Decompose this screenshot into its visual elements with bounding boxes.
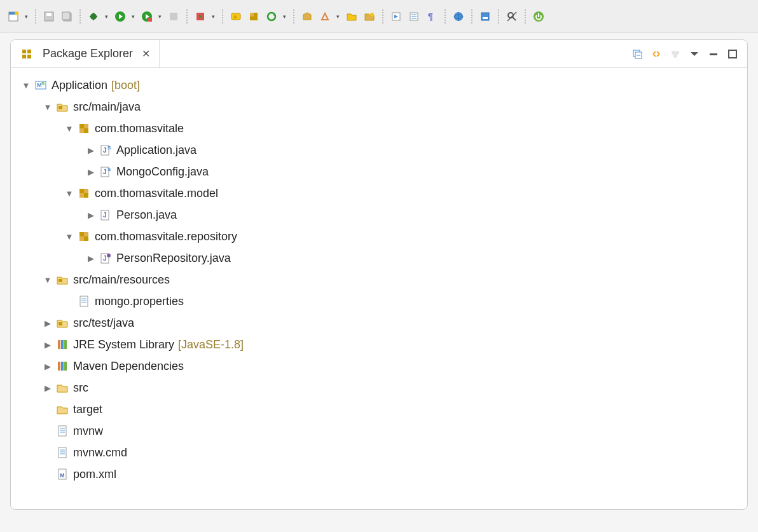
svg-rect-61 <box>84 128 88 133</box>
svg-rect-77 <box>84 236 88 241</box>
link-editor-button[interactable] <box>649 47 663 61</box>
save-all-button[interactable] <box>59 8 75 25</box>
close-tab-icon[interactable]: ✕ <box>142 48 150 60</box>
twisty-icon[interactable]: ▶ <box>43 318 53 328</box>
library-icon <box>55 359 69 373</box>
tree-node[interactable]: ▶src <box>15 377 743 399</box>
tree-node-label: src/test/java <box>73 317 134 330</box>
svg-text:J: J <box>103 168 107 175</box>
twisty-icon[interactable]: ▼ <box>64 124 74 133</box>
tree-node[interactable]: ▶mongo.properties <box>15 290 743 312</box>
toggle-mark-button[interactable] <box>477 8 493 25</box>
open-task-button[interactable] <box>317 8 342 25</box>
tree-node[interactable]: ▼src/main/resources <box>15 269 743 290</box>
tree-node-label: JRE System Library <box>73 338 174 351</box>
tree-node[interactable]: ▼src/main/java <box>15 96 743 118</box>
pin-button[interactable] <box>504 8 520 25</box>
twisty-icon[interactable]: ▼ <box>43 275 53 285</box>
add-package-button[interactable] <box>245 8 262 25</box>
twisty-icon[interactable]: ▶ <box>86 146 96 155</box>
svg-rect-59 <box>84 124 88 128</box>
svg-rect-93 <box>59 426 66 436</box>
tree-node[interactable]: ▶Maven Dependencies <box>15 355 743 377</box>
tree-node-label: mvnw <box>73 425 103 438</box>
twisty-icon[interactable]: ▶ <box>43 362 53 371</box>
twisty-icon[interactable]: ▼ <box>64 189 74 198</box>
next-annotation-button[interactable] <box>388 8 404 25</box>
spring-boot-button[interactable] <box>530 8 547 25</box>
project-boot-icon: MS <box>34 78 48 92</box>
twisty-icon[interactable]: ▶ <box>43 340 53 350</box>
tree-node[interactable]: ▶JPerson.java <box>15 204 743 226</box>
toolbar-separator <box>444 9 446 24</box>
svg-rect-74 <box>79 232 84 236</box>
svg-rect-68 <box>79 189 84 193</box>
maximize-button[interactable] <box>726 47 740 61</box>
package-explorer-tab[interactable]: Package Explorer ✕ <box>11 40 160 67</box>
svg-rect-75 <box>84 232 88 236</box>
tree-node[interactable]: ▼com.thomasvitale.model <box>15 182 743 204</box>
stop-button[interactable] <box>165 8 182 25</box>
tree-node-label: Application.java <box>116 144 196 157</box>
twisty-icon[interactable]: ▶ <box>86 254 96 263</box>
panel-header: Package Explorer ✕ <box>11 40 747 68</box>
tree-node[interactable]: ▶JSApplication.java <box>15 139 743 161</box>
refresh-button[interactable] <box>263 8 289 25</box>
tree-node-label: com.thomasvitale <box>95 122 184 135</box>
tree-node[interactable]: ▶Mpom.xml <box>15 463 743 485</box>
toolbar-separator <box>34 9 37 24</box>
svg-rect-35 <box>481 13 489 20</box>
view-menu-button[interactable] <box>687 47 701 61</box>
search-java-button[interactable]: A <box>228 8 244 25</box>
svg-rect-36 <box>483 17 488 19</box>
tree-node[interactable]: ▶JPersonRepository.java <box>15 247 743 269</box>
tree-node[interactable]: ▶target <box>15 399 743 420</box>
svg-point-50 <box>673 54 677 58</box>
twisty-icon[interactable]: ▶ <box>86 167 96 177</box>
svg-marker-51 <box>691 52 698 56</box>
svg-rect-86 <box>59 322 62 325</box>
tree-node[interactable]: ▶JRE System Library[JavaSE-1.8] <box>15 334 743 355</box>
twisty-icon[interactable]: ▶ <box>43 383 53 393</box>
tree-node[interactable]: ▼MSApplication[boot] <box>15 74 743 96</box>
twisty-icon[interactable]: ▶ <box>86 210 96 220</box>
source-folder-icon <box>55 316 69 330</box>
prev-annotation-button[interactable] <box>406 8 422 25</box>
svg-rect-82 <box>80 296 88 306</box>
tree-node[interactable]: ▶mvnw <box>15 420 743 442</box>
svg-rect-42 <box>27 50 31 53</box>
svg-rect-91 <box>61 362 64 371</box>
collapse-all-button[interactable] <box>630 47 644 61</box>
svg-rect-90 <box>58 362 60 371</box>
file-props-icon <box>77 294 91 308</box>
tree-node[interactable]: ▶mvnw.cmd <box>15 442 743 463</box>
svg-rect-70 <box>79 193 84 198</box>
web-browser-button[interactable] <box>450 8 467 25</box>
new-wizard-button[interactable] <box>5 8 31 25</box>
run-button[interactable] <box>112 8 137 25</box>
svg-rect-60 <box>79 128 84 133</box>
minimize-button[interactable] <box>706 47 720 61</box>
package-explorer-panel: Package Explorer ✕ ▼MSApplication[boot]▼… <box>10 39 748 510</box>
tree-node[interactable]: ▶src/test/java <box>15 312 743 334</box>
folder-icon <box>55 402 69 416</box>
twisty-icon[interactable]: ▼ <box>43 102 53 112</box>
tree-node[interactable]: ▼com.thomasvitale.repository <box>15 226 743 247</box>
tree-node[interactable]: ▼com.thomasvitale <box>15 118 743 139</box>
open-type-button[interactable] <box>299 8 315 25</box>
debug-button[interactable] <box>85 8 111 25</box>
open-project-button[interactable] <box>361 8 378 25</box>
toolbar-separator <box>221 9 224 24</box>
breakpoint-button[interactable] <box>192 8 217 25</box>
project-tree[interactable]: ▼MSApplication[boot]▼src/main/java▼com.t… <box>11 68 747 509</box>
filters-button[interactable] <box>668 47 682 61</box>
toolbar-separator <box>524 9 527 24</box>
tree-node-label: Maven Dependencies <box>73 360 184 373</box>
run-external-button[interactable] <box>139 8 164 25</box>
save-button[interactable] <box>41 8 57 25</box>
twisty-icon[interactable]: ▼ <box>21 81 31 90</box>
show-whitespace-button[interactable]: ¶ <box>424 8 440 25</box>
tree-node[interactable]: ▶JSMongoConfig.java <box>15 161 743 182</box>
open-folder-button[interactable] <box>343 8 360 25</box>
twisty-icon[interactable]: ▼ <box>64 232 74 242</box>
